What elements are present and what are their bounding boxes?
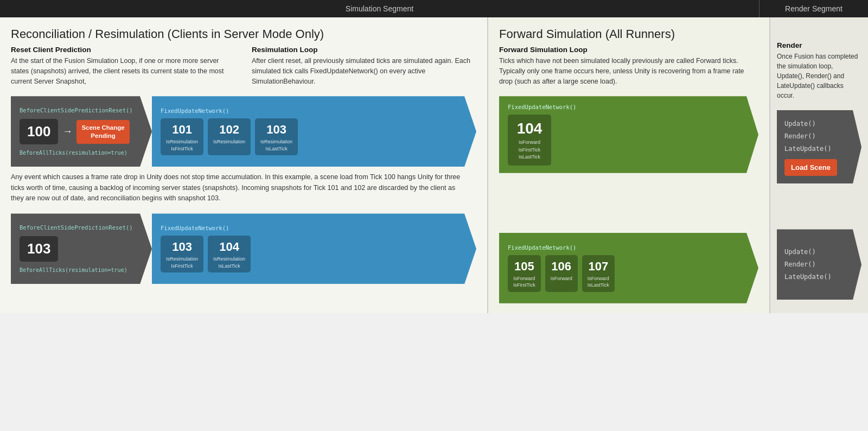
reconciliation-section: Reconciliation / Resimulation (Clients i…: [0, 17, 488, 313]
render-chevron-1: Update() Render() LateUpdate() Load Scen…: [777, 110, 861, 183]
resim-loop-body: After client reset, all previously simul…: [252, 56, 476, 86]
tick-103-num: 103: [266, 123, 286, 137]
tick-107-box: 107 IsForward IsLastTick: [582, 255, 615, 292]
tick-105-box: 105 IsForward IsFirstTick: [508, 255, 541, 292]
tick2-104-box: 104 IsResimulation IsLastTick: [208, 236, 251, 272]
note-text: Any event which causes a frame rate drop…: [11, 172, 467, 204]
sim-segment-header: Simulation Segment: [0, 0, 760, 17]
resim-loop-block: Resimulation Loop After client reset, al…: [252, 46, 476, 86]
render-spacer: [777, 189, 861, 229]
tick-102-num: 102: [219, 123, 239, 137]
tick2-103-num: 103: [172, 240, 192, 254]
content-area: Reconciliation / Resimulation (Clients i…: [0, 17, 868, 313]
reset-prediction-body: At the start of the Fusion Simulation Lo…: [11, 56, 235, 86]
tick-106-num: 106: [551, 259, 571, 274]
diagram1-tick100-num: 100: [27, 123, 50, 140]
tick-102-tags: IsResimulation: [213, 138, 245, 145]
tick2-103-tags: IsResimulation IsFirstTick: [166, 256, 198, 269]
tick-103-tags: IsResimulation IsLastTick: [260, 138, 292, 152]
forward-loop-body: Ticks which have not been simulated loca…: [499, 56, 758, 86]
diagram1-green-chevron: FixedUpdateNetwork() 104 IsForward IsFir…: [499, 96, 758, 173]
diagram2-tick103-num: 103: [27, 240, 50, 257]
tick-106-box: 106 IsForward: [545, 255, 578, 292]
resim-loop-heading: Resimulation Loop: [252, 46, 476, 54]
forward-desc: Forward Simulation Loop Ticks which have…: [499, 46, 758, 86]
scene-change-pending-btn[interactable]: Scene ChangePending: [76, 120, 129, 144]
render-chevron-2: Update() Render() LateUpdate(): [777, 229, 861, 300]
tick-104-tags: IsForward IsFirstTick IsLastTick: [519, 139, 541, 161]
diagram2-dark-chevron: BeforeClientSidePredictionReset() 103 Be…: [11, 213, 152, 284]
tick-104-box: 104 IsForward IsFirstTick IsLastTick: [508, 115, 551, 166]
diagram1-blue-chevron: FixedUpdateNetwork() 101 IsResimulation …: [152, 96, 476, 167]
tick-101-num: 101: [172, 123, 192, 137]
tick-105-num: 105: [514, 259, 534, 274]
diagram2-green-ticks: 105 IsForward IsFirstTick 106 IsForward …: [508, 255, 737, 292]
diagram1-row: BeforeClientSidePredictionReset() 100 → …: [11, 96, 476, 167]
reconciliation-desc-pair: Reset Client Prediction At the start of …: [11, 46, 476, 86]
diagram2-row: BeforeClientSidePredictionReset() 103 Be…: [11, 213, 476, 284]
diagram1-blue-fn-label: FixedUpdateNetwork(): [161, 107, 455, 114]
forward-loop-heading: Forward Simulation Loop: [499, 46, 758, 54]
tick-101-tags: IsResimulation IsFirstTick: [166, 138, 198, 152]
diagram2-bat-label: BeforeAllTicks(resimulation=true): [20, 267, 130, 273]
top-header: Simulation Segment Render Segment: [0, 0, 868, 17]
diagram1-dark-chevron: BeforeClientSidePredictionReset() 100 → …: [11, 96, 152, 167]
tick-103-box: 103 IsResimulation IsLastTick: [255, 118, 298, 155]
forward-section: Forward Simulation (All Runners) Forward…: [488, 17, 770, 313]
forward-title: Forward Simulation (All Runners): [499, 27, 758, 41]
render-panel: Render Once Fusion has completed the sim…: [770, 17, 868, 313]
arrow-right-icon: →: [62, 126, 72, 137]
diagram2-blue-fn-label: FixedUpdateNetwork(): [161, 225, 455, 231]
diagram1-tick100-box: 100: [20, 119, 58, 144]
diagram1-green-ticks: 104 IsForward IsFirstTick IsLastTick: [508, 115, 737, 166]
tick2-104-num: 104: [219, 240, 239, 254]
load-scene-button[interactable]: Load Scene: [784, 159, 837, 176]
render-heading: Render: [777, 41, 861, 49]
render-body: Once Fusion has completed the simulation…: [777, 52, 861, 100]
render-desc-block: Render Once Fusion has completed the sim…: [777, 41, 861, 100]
diagram1-green-area: FixedUpdateNetwork() 104 IsForward IsFir…: [499, 96, 758, 173]
diagram1-bat-label: BeforeAllTicks(resimulation=true): [20, 150, 130, 156]
reset-prediction-block: Reset Client Prediction At the start of …: [11, 46, 235, 86]
diagram2-tick103-box: 103: [20, 236, 58, 262]
render-segment-header: Render Segment: [760, 0, 868, 17]
render-section-empty-title: [777, 27, 861, 37]
diagram2-green-fn-label: FixedUpdateNetwork(): [508, 244, 737, 251]
render-code-2: Update() Render() LateUpdate(): [784, 246, 847, 283]
tick-102-box: 102 IsResimulation: [208, 118, 251, 155]
sim-segment-label: Simulation Segment: [346, 4, 413, 13]
diagram2-green-chevron: FixedUpdateNetwork() 105 IsForward IsFir…: [499, 233, 758, 303]
render-code-1: Update() Render() LateUpdate(): [784, 118, 847, 155]
diagram1-blue-ticks: 101 IsResimulation IsFirstTick 102 IsRes…: [161, 118, 455, 155]
diagram2-dark-fn-label: BeforeClientSidePredictionReset(): [20, 224, 130, 231]
diagram1-green-fn-label: FixedUpdateNetwork(): [508, 104, 737, 110]
tick-107-tags: IsForward IsLastTick: [588, 275, 609, 289]
tick-101-box: 101 IsResimulation IsFirstTick: [161, 118, 203, 155]
diagram1-dark-fn-label: BeforeClientSidePredictionReset(): [20, 107, 130, 113]
tick2-103-box: 103 IsResimulation IsFirstTick: [161, 236, 203, 272]
render-segment-label: Render Segment: [785, 4, 843, 13]
diagram2-blue-chevron: FixedUpdateNetwork() 103 IsResimulation …: [152, 213, 476, 284]
diagram2-green-area: FixedUpdateNetwork() 105 IsForward IsFir…: [499, 233, 758, 303]
tick2-104-tags: IsResimulation IsLastTick: [213, 256, 245, 269]
reconciliation-title: Reconciliation / Resimulation (Clients i…: [11, 27, 476, 41]
reset-prediction-heading: Reset Client Prediction: [11, 46, 235, 54]
tick-107-num: 107: [588, 259, 608, 274]
tick-104-num: 104: [517, 120, 542, 137]
diagram2-blue-ticks: 103 IsResimulation IsFirstTick 104 IsRes…: [161, 236, 455, 272]
page: Simulation Segment Render Segment Reconc…: [0, 0, 868, 313]
tick-105-tags: IsForward IsFirstTick: [513, 275, 535, 289]
tick-106-tags: IsForward: [551, 275, 572, 282]
